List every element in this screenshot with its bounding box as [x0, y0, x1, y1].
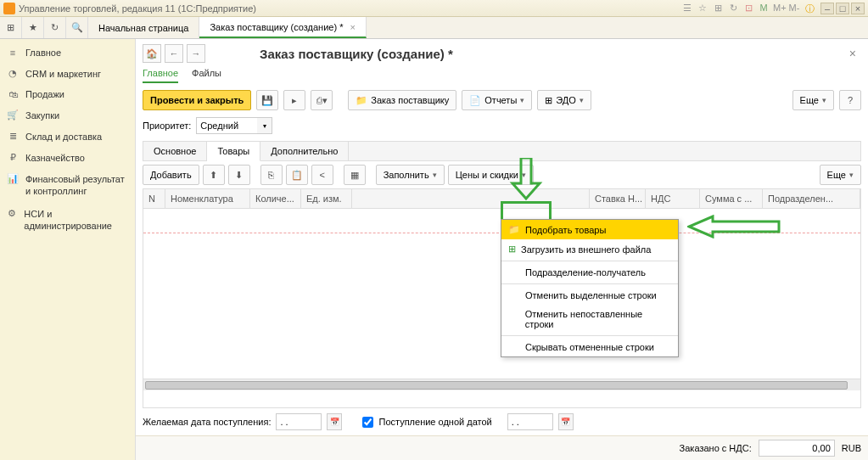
table-header: N Номенклатура Количе... Ед. изм. Ставка…: [143, 189, 860, 209]
calendar-button[interactable]: 📅: [327, 413, 342, 430]
history-icon[interactable]: ↻: [44, 17, 66, 38]
menu-cancel-undelivered[interactable]: Отменить непоставленные строки: [501, 305, 678, 334]
tab-home[interactable]: Начальная страница: [88, 17, 199, 38]
minimize-button[interactable]: –: [820, 3, 834, 14]
inner-tab-extra[interactable]: Дополнительно: [260, 142, 349, 160]
report-icon: 📄: [469, 95, 481, 106]
total-label: Заказано с НДС:: [680, 443, 752, 453]
tool-icon[interactable]: ☆: [697, 3, 708, 14]
reports-button[interactable]: 📄Отчеты▾: [462, 90, 532, 110]
tool-icon[interactable]: M: [758, 3, 770, 14]
window-title: Управление торговлей, редакция 11 (1С:Пр…: [19, 3, 681, 14]
menu-hide-cancelled[interactable]: Скрывать отмененные строки: [501, 338, 678, 356]
fill-dropdown-menu: 📁Подобрать товары ⊞Загрузить из внешнего…: [501, 219, 679, 357]
sidebar-item-crm[interactable]: ◔CRM и маркетинг: [0, 63, 135, 84]
barchart-icon: 📊: [7, 173, 19, 184]
fill-button[interactable]: Заполнить▾: [376, 165, 445, 185]
titlebar-tool-icons: ☰ ☆ ⊞ ↻ ⊡ M M+ M- ⓘ: [681, 3, 815, 14]
document-close-button[interactable]: ×: [844, 47, 861, 60]
tool-icon[interactable]: M+: [773, 3, 785, 14]
tool-icon[interactable]: ⓘ: [804, 3, 815, 14]
back-button[interactable]: ←: [165, 44, 183, 63]
gear-icon: ⚙: [7, 208, 17, 219]
post-button[interactable]: ▸: [283, 90, 305, 110]
forward-button[interactable]: →: [187, 44, 205, 63]
menu-pick-goods[interactable]: 📁Подобрать товары: [501, 220, 678, 239]
col-sum[interactable]: Сумма с ...: [700, 189, 763, 208]
single-date-label: Поступление одной датой: [378, 417, 491, 427]
paste-button[interactable]: 📋: [286, 165, 308, 185]
copy-button[interactable]: ⎘: [260, 165, 283, 185]
sidebar-item-finance[interactable]: 📊Финансовый результат и контроллинг: [0, 168, 135, 203]
currency-label: RUB: [842, 443, 861, 453]
horizontal-scrollbar[interactable]: [143, 379, 860, 390]
tool-icon[interactable]: ☰: [681, 3, 693, 14]
spreadsheet-icon: ⊞: [508, 244, 516, 255]
col-nomenclature[interactable]: Номенклатура: [165, 189, 250, 208]
sidebar-item-purchases[interactable]: 🛒Закупки: [0, 104, 135, 126]
single-date-checkbox[interactable]: [362, 417, 373, 428]
tool-icon[interactable]: ⊡: [742, 3, 754, 14]
sidebar-item-main[interactable]: ≡Главное: [0, 42, 135, 63]
close-button[interactable]: ×: [851, 3, 865, 14]
bag-icon: 🛍: [7, 89, 19, 99]
inner-tab-goods[interactable]: Товары: [207, 142, 260, 161]
apps-icon[interactable]: ⊞: [0, 17, 22, 38]
move-up-button[interactable]: ⬆: [203, 165, 225, 185]
list-icon: ≣: [7, 131, 19, 142]
col-n[interactable]: N: [143, 189, 165, 208]
document-area: 🏠 ← → Заказ поставщику (создание) * × Гл…: [136, 39, 868, 460]
inner-tab-main[interactable]: Основное: [143, 142, 207, 160]
pie-icon: ◔: [7, 68, 19, 79]
home-button[interactable]: 🏠: [143, 44, 161, 63]
help-button[interactable]: ?: [839, 90, 861, 110]
col-hidden[interactable]: [352, 189, 590, 208]
tab-order[interactable]: Заказ поставщику (создание) *×: [199, 17, 366, 38]
subtab-main[interactable]: Главное: [143, 68, 178, 83]
sidebar-item-admin[interactable]: ⚙НСИ и администрирование: [0, 203, 135, 238]
priority-dropdown-button[interactable]: ▾: [257, 117, 272, 134]
menu-icon: ≡: [7, 48, 19, 58]
single-date-input[interactable]: [507, 413, 553, 430]
supplier-order-button[interactable]: 📁Заказ поставщику: [348, 90, 456, 110]
post-and-close-button[interactable]: Провести и закрыть: [143, 90, 251, 110]
add-button[interactable]: Добавить: [143, 165, 199, 185]
edo-button[interactable]: ⊞ЭДО▾: [537, 90, 591, 110]
folder-icon: 📁: [356, 95, 367, 106]
sidebar-item-treasury[interactable]: ₽Казначейство: [0, 147, 135, 168]
col-unit[interactable]: Ед. изм.: [301, 189, 352, 208]
barcode-button[interactable]: ▦: [344, 165, 366, 185]
total-value: [759, 440, 835, 457]
create-from-button[interactable]: ⎙▾: [311, 90, 333, 110]
subtab-files[interactable]: Файлы: [192, 68, 221, 83]
share-button[interactable]: <: [311, 165, 333, 185]
desired-date-label: Желаемая дата поступления:: [143, 417, 271, 427]
tab-close-icon[interactable]: ×: [350, 22, 355, 32]
table-more-button[interactable]: Еще▾: [820, 165, 861, 185]
priority-label: Приоритет:: [143, 121, 191, 131]
save-button[interactable]: 💾: [256, 90, 278, 110]
col-vat[interactable]: НДС: [646, 189, 700, 208]
more-button[interactable]: Еще▾: [792, 90, 834, 110]
col-quantity[interactable]: Количе...: [250, 189, 301, 208]
menu-load-file[interactable]: ⊞Загрузить из внешнего файла: [501, 239, 678, 259]
col-vat-rate[interactable]: Ставка Н...: [590, 189, 646, 208]
maximize-button[interactable]: □: [836, 3, 849, 14]
calendar-button-2[interactable]: 📅: [558, 413, 574, 430]
move-down-button[interactable]: ⬇: [228, 165, 250, 185]
star-icon[interactable]: ★: [22, 17, 44, 38]
prices-button[interactable]: Цены и скидки▾: [448, 165, 534, 185]
search-icon[interactable]: 🔍: [66, 17, 88, 38]
menu-cancel-selected[interactable]: Отменить выделенные строки: [501, 286, 678, 305]
grid-icon: ⊞: [545, 95, 552, 106]
menu-department[interactable]: Подразделение-получатель: [501, 263, 678, 282]
col-department[interactable]: Подразделен...: [763, 189, 860, 208]
sidebar-item-warehouse[interactable]: ≣Склад и доставка: [0, 126, 135, 147]
tool-icon[interactable]: M-: [788, 3, 800, 14]
tool-icon[interactable]: ⊞: [712, 3, 724, 14]
tool-icon[interactable]: ↻: [727, 3, 739, 14]
main-tab-bar: ⊞ ★ ↻ 🔍 Начальная страница Заказ поставщ…: [0, 17, 868, 39]
desired-date-input[interactable]: [276, 413, 322, 430]
sidebar-item-sales[interactable]: 🛍Продажи: [0, 84, 135, 104]
document-title: Заказ поставщику (создание) *: [260, 47, 453, 61]
